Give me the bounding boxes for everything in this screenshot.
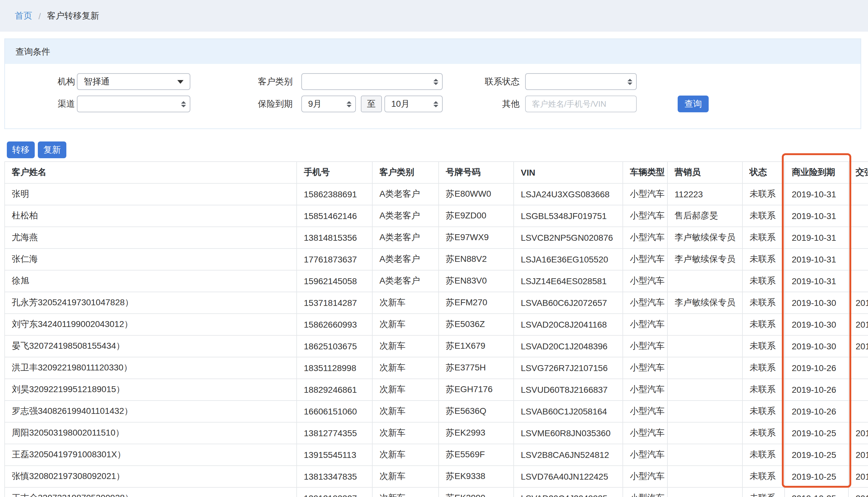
column-header: VIN bbox=[514, 162, 623, 183]
insurance-due-from-select[interactable]: 9月 bbox=[301, 96, 356, 112]
table-cell: 杜松柏 bbox=[5, 205, 297, 227]
table-cell: 苏EK2990 bbox=[439, 487, 514, 497]
breadcrumb-separator: / bbox=[39, 11, 41, 21]
table-cell: 张明 bbox=[5, 183, 297, 205]
updown-icon bbox=[347, 101, 352, 107]
table-cell: 售后郝彦旻 bbox=[667, 205, 742, 227]
renew-button[interactable]: 复新 bbox=[38, 141, 67, 158]
table-cell: A类老客户 bbox=[372, 227, 439, 248]
table-cell: 王吉全320723198705200928） bbox=[5, 487, 297, 497]
table-cell: 未联系 bbox=[742, 335, 784, 357]
table-row[interactable]: 王吉全320723198705200928）13912193327次新车苏EK2… bbox=[5, 487, 868, 497]
transfer-button[interactable]: 转移 bbox=[7, 141, 35, 158]
table-cell: 未联系 bbox=[742, 270, 784, 292]
channel-select[interactable] bbox=[77, 96, 190, 112]
table-cell: 小型汽车 bbox=[623, 357, 667, 379]
table-row[interactable]: 张明15862388691A类老客户苏E80WW0LSJA24U3XGS0836… bbox=[5, 183, 868, 205]
table-cell: 次新车 bbox=[372, 466, 439, 487]
table-row[interactable]: 洪卫丰320922198011120330）18351128998次新车苏E37… bbox=[5, 357, 868, 379]
table-cell: LSVAB60C1J2058164 bbox=[514, 400, 623, 422]
column-header: 客户姓名 bbox=[5, 162, 297, 183]
insurance-due-to-select[interactable]: 10月 bbox=[384, 96, 443, 112]
table-cell: LSVG726R7J2107156 bbox=[514, 357, 623, 379]
column-header: 交强险到期 bbox=[849, 162, 868, 183]
table-cell: 17761873637 bbox=[297, 248, 372, 270]
updown-icon bbox=[181, 101, 186, 107]
table-cell: 罗志强340826199401101432） bbox=[5, 400, 297, 422]
customer-table-container: 客户姓名手机号客户类别号牌号码VIN车辆类型营销员状态商业险到期交强险到期 张明… bbox=[4, 161, 868, 497]
table-row[interactable]: 徐旭15962145058A类老客户苏EN83V0LSJZ14E64ES0285… bbox=[5, 270, 868, 292]
table-cell: 2019-10-25 bbox=[784, 487, 849, 497]
table-row[interactable]: 周阳320503198002011510）13812774355次新车苏EK29… bbox=[5, 422, 868, 444]
table-cell: LSVD76A40JN122425 bbox=[514, 466, 623, 487]
table-cell bbox=[849, 205, 868, 227]
table-cell bbox=[667, 466, 742, 487]
table-cell: 小型汽车 bbox=[623, 227, 667, 248]
table-cell bbox=[667, 444, 742, 466]
customer-type-label: 客户类别 bbox=[228, 73, 293, 90]
table-cell: 小型汽车 bbox=[623, 466, 667, 487]
table-cell: 未联系 bbox=[742, 227, 784, 248]
table-cell: 13812774355 bbox=[297, 422, 372, 444]
table-cell: LSJA16E36EG105520 bbox=[514, 248, 623, 270]
insurance-due-to-value: 10月 bbox=[391, 98, 410, 110]
other-search-input[interactable] bbox=[525, 96, 637, 112]
table-row[interactable]: 刘守东342401199002043012）15862660993次新车苏E50… bbox=[5, 314, 868, 335]
table-row[interactable]: 杜松柏15851462146A类老客户苏E9ZD00LSGBL5348JF019… bbox=[5, 205, 868, 227]
table-cell: 小型汽车 bbox=[623, 248, 667, 270]
org-select[interactable]: 智择通 bbox=[77, 73, 190, 90]
table-cell: 苏E5036Z bbox=[439, 314, 514, 335]
table-cell: LSVUD60T8J2166837 bbox=[514, 379, 623, 400]
table-cell: 15862660993 bbox=[297, 314, 372, 335]
column-header: 车辆类型 bbox=[623, 162, 667, 183]
table-cell: 苏E80WW0 bbox=[439, 183, 514, 205]
table-row[interactable]: 晏飞320724198508155434）18625103675次新车苏E1X6… bbox=[5, 335, 868, 357]
table-cell: 未联系 bbox=[742, 183, 784, 205]
table-cell: 15862388691 bbox=[297, 183, 372, 205]
table-cell: 苏E5636Q bbox=[439, 400, 514, 422]
table-cell bbox=[849, 227, 868, 248]
table-cell: 李卢敏续保专员 bbox=[667, 227, 742, 248]
table-cell: 李卢敏续保专员 bbox=[667, 292, 742, 314]
table-row[interactable]: 张仁海17761873637A类老客户苏EN88V2LSJA16E36EG105… bbox=[5, 248, 868, 270]
table-row[interactable]: 王磊32050419791008301X）13915545113次新车苏E556… bbox=[5, 444, 868, 466]
table-cell: 未联系 bbox=[742, 444, 784, 466]
table-cell: 2019-10-26 bbox=[784, 379, 849, 400]
table-cell: 次新车 bbox=[372, 379, 439, 400]
table-cell bbox=[849, 379, 868, 400]
contact-status-label: 联系状态 bbox=[455, 73, 519, 90]
table-row[interactable]: 孔永芳320524197301047828）15371814287次新车苏EFM… bbox=[5, 292, 868, 314]
table-cell: 苏EN83V0 bbox=[439, 270, 514, 292]
table-cell: 小型汽车 bbox=[623, 314, 667, 335]
updown-icon bbox=[433, 79, 438, 85]
table-cell: LSVAD20C8J2041168 bbox=[514, 314, 623, 335]
table-row[interactable]: 刘昊320922199512189015）18829246861次新车苏EGH7… bbox=[5, 379, 868, 400]
column-header: 状态 bbox=[742, 162, 784, 183]
table-cell: 洪卫丰320922198011120330） bbox=[5, 357, 297, 379]
table-cell: 2019-10-25 bbox=[849, 422, 868, 444]
table-cell: 未联系 bbox=[742, 248, 784, 270]
table-cell: 次新车 bbox=[372, 292, 439, 314]
page: 首页 / 客户转移复新 查询条件 机构 智择通 客户类别 联系状态 渠道 bbox=[0, 0, 868, 497]
customer-type-select[interactable] bbox=[301, 73, 443, 90]
table-row[interactable]: 尤海燕13814815356A类老客户苏E97WX9LSVCB2NP5GN020… bbox=[5, 227, 868, 248]
table-cell bbox=[849, 248, 868, 270]
table-row[interactable]: 张慎320802197308092021）13813347835次新车苏EK93… bbox=[5, 466, 868, 487]
search-button[interactable]: 查询 bbox=[678, 96, 709, 112]
query-panel: 查询条件 机构 智择通 客户类别 联系状态 渠道 bbox=[4, 39, 861, 129]
table-cell: A类老客户 bbox=[372, 205, 439, 227]
table-cell: LSJZ14E64ES028581 bbox=[514, 270, 623, 292]
table-cell: 13912193327 bbox=[297, 487, 372, 497]
table-cell: LSV2B8CA6JN524812 bbox=[514, 444, 623, 466]
table-cell: LSVAD20C1J2048396 bbox=[514, 335, 623, 357]
table-cell: 未联系 bbox=[742, 379, 784, 400]
insurance-due-to-separator: 至 bbox=[361, 96, 382, 112]
table-cell: 未联系 bbox=[742, 466, 784, 487]
customer-table: 客户姓名手机号客户类别号牌号码VIN车辆类型营销员状态商业险到期交强险到期 张明… bbox=[4, 161, 868, 497]
table-cell bbox=[667, 379, 742, 400]
contact-status-select[interactable] bbox=[525, 73, 637, 90]
table-row[interactable]: 罗志强340826199401101432）16606151060次新车苏E56… bbox=[5, 400, 868, 422]
table-cell: 次新车 bbox=[372, 335, 439, 357]
breadcrumb: 首页 / 客户转移复新 bbox=[0, 0, 868, 32]
breadcrumb-home-link[interactable]: 首页 bbox=[15, 10, 32, 22]
